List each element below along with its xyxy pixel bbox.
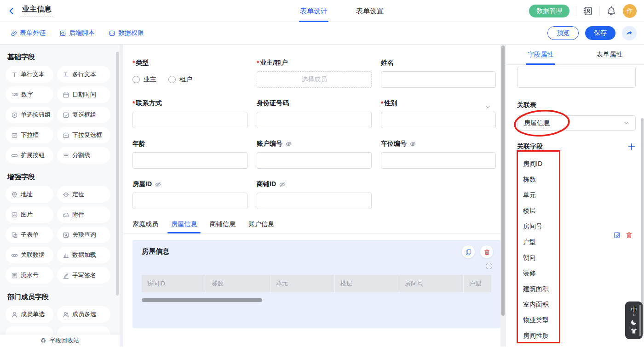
form-external-link[interactable]: 表单外链 bbox=[10, 29, 46, 37]
field-contact[interactable]: *联系方式 bbox=[132, 99, 247, 128]
sidebar-item-serial-number[interactable]: 流水号 bbox=[6, 267, 53, 284]
sidebar-item-subform[interactable]: 子表单 bbox=[6, 227, 53, 243]
data-manage-button[interactable]: 数据管理 bbox=[529, 5, 569, 17]
sidebar-item-attachment[interactable]: 附件 bbox=[57, 206, 110, 223]
floating-settings-widget[interactable]: 中 ᵓ bbox=[625, 301, 643, 339]
add-field-icon[interactable] bbox=[627, 142, 636, 151]
tab-form-design[interactable]: 表单设计 bbox=[300, 0, 328, 22]
tab-family-members[interactable]: 家庭成员 bbox=[132, 220, 158, 233]
field-parking-no[interactable]: 车位编号 bbox=[381, 139, 496, 169]
bell-icon[interactable] bbox=[606, 6, 616, 16]
list-item[interactable]: 城市 bbox=[517, 344, 636, 347]
field-id-card[interactable]: 身份证号码 bbox=[257, 99, 372, 128]
tab-field-properties[interactable]: 字段属性 bbox=[506, 45, 575, 64]
account-no-input[interactable] bbox=[257, 152, 372, 169]
sidebar-item-divider[interactable]: 分割线 bbox=[57, 147, 110, 164]
field-age[interactable]: 年龄 bbox=[132, 139, 247, 169]
sidebar-item-image[interactable]: 图片 bbox=[6, 206, 53, 223]
form-canvas: *类型 业主 租户 *业主/租户 选择成员 姓名 *联系方式 身份 bbox=[123, 45, 500, 347]
sidebar-item-member-multi[interactable]: 成员多选 bbox=[57, 306, 110, 323]
list-item[interactable]: 楼层 bbox=[517, 203, 636, 219]
radio-tenant[interactable]: 租户 bbox=[168, 75, 192, 84]
page-title[interactable]: 业主信息 bbox=[20, 5, 53, 17]
panel-scrollbar[interactable] bbox=[641, 118, 644, 334]
sidebar-item-multi-line-text[interactable]: 多行文本 bbox=[57, 66, 110, 83]
back-icon[interactable] bbox=[7, 7, 16, 15]
sidebar-item-number[interactable]: 123数字 bbox=[6, 86, 53, 103]
copy-button[interactable] bbox=[462, 245, 475, 258]
house-id-input[interactable] bbox=[132, 193, 247, 209]
avatar[interactable]: 作 bbox=[623, 4, 637, 18]
trash-icon[interactable] bbox=[625, 231, 633, 239]
sidebar-item-checkbox-group[interactable]: 复选框组 bbox=[57, 107, 110, 123]
sidebar-item-locate[interactable]: 定位 bbox=[57, 186, 110, 203]
tab-form-properties[interactable]: 表单属性 bbox=[575, 45, 644, 64]
dark-mode-moon-icon[interactable] bbox=[630, 319, 638, 326]
subform-icon bbox=[11, 232, 18, 239]
sidebar-item-data-load[interactable]: 数据加载 bbox=[57, 247, 110, 263]
field-type[interactable]: *类型 业主 租户 bbox=[132, 58, 247, 88]
sidebar-item-member-single[interactable]: 成员单选 bbox=[6, 306, 53, 323]
sidebar-item-datetime[interactable]: 日期时间 bbox=[57, 86, 110, 103]
contact-input[interactable] bbox=[132, 112, 247, 128]
horizontal-scrollbar[interactable] bbox=[142, 298, 262, 302]
tab-shop-info[interactable]: 商铺信息 bbox=[210, 220, 236, 233]
field-name[interactable]: 姓名 bbox=[381, 58, 496, 88]
delete-button[interactable] bbox=[480, 245, 493, 258]
id-card-input[interactable] bbox=[257, 112, 372, 128]
field-shop-id[interactable]: 商铺ID bbox=[257, 180, 372, 209]
field-recycle-bin[interactable]: ♻ 字段回收站 bbox=[0, 335, 120, 347]
sidebar-item-radio-group[interactable]: 单选按钮组 bbox=[6, 107, 53, 123]
canvas-scrollbar[interactable] bbox=[501, 46, 505, 316]
list-item[interactable]: 单元 bbox=[517, 188, 636, 203]
sidebar-item-extend-button[interactable]: 扩展按钮 bbox=[6, 147, 53, 164]
field-account-no[interactable]: 账户编号 bbox=[257, 139, 372, 169]
sidebar-item-single-line-text[interactable]: 单行文本 bbox=[6, 66, 53, 83]
serial-number-icon bbox=[11, 272, 18, 279]
list-item[interactable]: 室内面积 bbox=[517, 297, 636, 313]
list-item[interactable]: 装修 bbox=[517, 266, 636, 281]
expand-icon[interactable] bbox=[486, 263, 492, 269]
preview-button[interactable]: 预览 bbox=[547, 26, 579, 40]
section-title-enhanced-fields: 增强字段 bbox=[7, 173, 111, 182]
sidebar-scrollbar[interactable] bbox=[116, 52, 119, 296]
sidebar-item-address[interactable]: 地址 bbox=[6, 186, 53, 203]
sidebar-item-select[interactable]: 下拉框 bbox=[6, 127, 53, 143]
sidebar-item-signature[interactable]: 手写签名 bbox=[57, 267, 110, 284]
share-button[interactable] bbox=[622, 26, 637, 40]
name-input[interactable] bbox=[381, 71, 496, 88]
sidebar-item-relation-lookup[interactable]: 关联查询 bbox=[57, 227, 110, 243]
list-item[interactable]: 建筑面积 bbox=[517, 281, 636, 297]
parking-no-input[interactable] bbox=[381, 152, 496, 169]
tab-form-settings[interactable]: 表单设置 bbox=[356, 0, 384, 22]
data-permission-link[interactable]: 数据权限 bbox=[109, 29, 144, 37]
sidebar-item-multiselect[interactable]: 下拉复选框 bbox=[57, 127, 110, 143]
list-item[interactable]: 房间ID bbox=[517, 156, 636, 172]
list-item[interactable]: 栋数 bbox=[517, 172, 636, 188]
page-scrollbar[interactable] bbox=[639, 305, 641, 336]
contacts-book-icon[interactable] bbox=[583, 6, 593, 16]
shop-id-input[interactable] bbox=[257, 193, 372, 209]
property-input[interactable] bbox=[517, 67, 636, 88]
backend-script-link[interactable]: 后端脚本 bbox=[59, 29, 95, 37]
save-button[interactable]: 保存 bbox=[585, 26, 615, 40]
theme-shirt-icon[interactable] bbox=[630, 327, 638, 335]
subtable-house-info[interactable]: 房屋信息 房间ID 栋数 单元 楼层 房间号 户型 bbox=[132, 240, 500, 328]
field-owner-tenant[interactable]: *业主/租户 选择成员 bbox=[257, 58, 372, 88]
member-picker[interactable]: 选择成员 bbox=[257, 71, 372, 88]
list-item[interactable]: 房间性质 bbox=[517, 328, 636, 344]
list-item[interactable]: 物业类型 bbox=[517, 313, 636, 328]
age-input[interactable] bbox=[132, 152, 247, 169]
list-item[interactable]: 朝向 bbox=[517, 250, 636, 266]
sidebar-item-relation-data[interactable]: 关联数据 bbox=[6, 247, 53, 263]
edit-icon[interactable] bbox=[613, 231, 621, 239]
field-library-sidebar: 基础字段 单行文本 多行文本 123数字 日期时间 单选按钮组 复选框组 下拉框… bbox=[0, 45, 120, 347]
radio-owner[interactable]: 业主 bbox=[132, 75, 156, 84]
language-toggle-icon[interactable]: 中 bbox=[631, 307, 637, 313]
tab-account-info[interactable]: 账户信息 bbox=[248, 220, 274, 233]
gender-select[interactable] bbox=[381, 112, 496, 128]
field-house-id[interactable]: 房屋ID bbox=[132, 180, 247, 209]
tab-house-info[interactable]: 房屋信息 bbox=[171, 220, 197, 233]
field-gender[interactable]: *性别 bbox=[381, 99, 496, 128]
related-table-select[interactable]: 房屋信息 bbox=[517, 115, 636, 131]
